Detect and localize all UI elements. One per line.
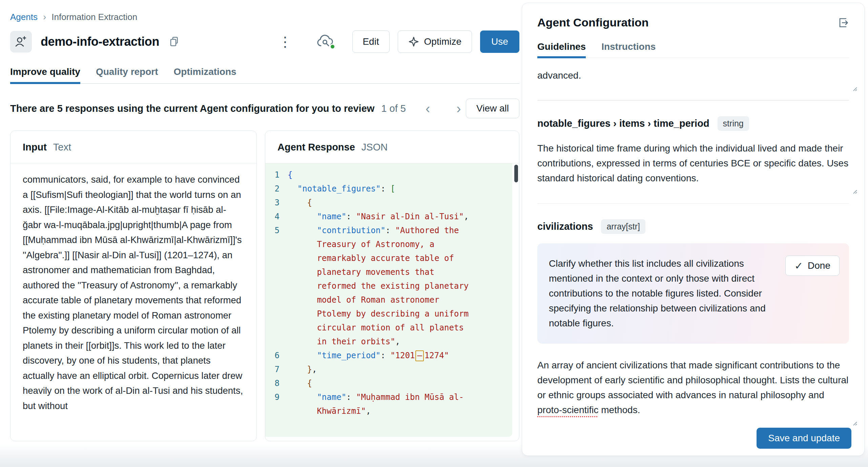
code-content: { [288,196,512,210]
breadcrumb: Agents › Information Extraction [10,12,519,22]
code-line: 6"time_period": "1201–1274" [265,349,512,363]
civilizations-description: An array of ancient civilizations that m… [537,358,849,418]
tab-instructions[interactable]: Instructions [601,41,656,58]
next-response-button[interactable]: › [453,102,464,115]
breadcrumb-agents-link[interactable]: Agents [10,12,38,22]
deployment-status-icon[interactable] [316,35,334,49]
done-label: Done [808,260,830,271]
json-code-editor[interactable]: 1{2"notable_figures": [3{4"name": "Nasir… [265,163,512,437]
tab-guidelines[interactable]: Guidelines [537,41,586,58]
code-token: , [464,212,469,221]
code-token: : [346,212,356,221]
time-period-description-textarea[interactable]: The historical time frame during which t… [537,141,849,186]
config-panel-title: Agent Configuration [537,16,838,29]
code-line: 2"notable_figures": [ [265,182,512,196]
input-panel-header: Input Text [11,131,256,163]
prev-response-button[interactable]: ‹ [422,102,433,115]
input-content[interactable]: communicators, said, for example to have… [11,163,256,441]
code-token: "time_period" [317,351,380,360]
optimize-button[interactable]: Optimize [398,31,472,53]
response-format-label: JSON [361,142,388,153]
code-content: { [288,377,512,390]
code-token: "name" [317,212,346,221]
code-line: 7}, [265,363,512,377]
tab-quality-report[interactable]: Quality report [96,66,158,83]
civilizations-description-textarea[interactable]: An array of ancient civilizations that m… [537,358,849,418]
spellcheck-underline: proto-scientific [537,405,599,415]
response-panel-title: Agent Response [277,142,355,153]
edit-button[interactable]: Edit [352,31,390,53]
code-line: 1{ [265,168,512,182]
guideline-textarea-clipped[interactable]: advanced. [537,68,849,83]
code-token: "Nasir al-Din al-Tusi" [356,212,464,221]
field-path: civilizations [537,221,593,232]
code-content: "name": "Nasir al-Din al-Tusi", [288,210,512,224]
line-number: 6 [265,349,288,363]
code-token: "1201 [390,351,415,360]
resize-handle-icon[interactable] [851,188,858,195]
code-token: : [346,392,356,402]
view-all-button[interactable]: View all [466,99,519,118]
code-content: "contribution": "Authored the Treasury o… [288,224,512,349]
review-bar: There are 5 responses using the current … [10,99,519,118]
flagged-character: – [415,350,423,361]
line-number: 4 [265,210,288,224]
code-line: 8{ [265,377,512,390]
code-token: { [288,170,292,180]
line-number: 3 [265,196,288,210]
code-content: "time_period": "1201–1274" [288,349,512,363]
input-format-label: Text [53,142,71,153]
page: Agents › Information Extraction demo-inf… [0,0,868,467]
main-column: Agents › Information Extraction demo-inf… [10,0,519,441]
code-token: : [380,351,390,360]
code-token: } [307,365,312,374]
done-button[interactable]: ✓ Done [785,256,840,276]
code-token: [ [390,184,395,194]
resize-handle-icon[interactable] [851,420,858,426]
field-time-period-header: notable_figures › items › time_period st… [537,116,849,131]
sparkle-icon [408,36,419,47]
main-tabs: Improve qualityQuality reportOptimizatio… [10,66,519,84]
code-content: "notable_figures": [ [288,182,512,196]
code-token: "contribution" [317,226,385,235]
resize-handle-icon[interactable] [851,85,858,92]
code-line: 9"name": "Muḥammad ibn Mūsā al-Khwārizmī… [265,390,512,418]
breadcrumb-current: Information Extraction [51,12,137,22]
more-options-icon[interactable]: ⋮ [274,35,297,48]
config-title-row: Agent Configuration [537,16,849,29]
line-number: 1 [265,168,288,182]
tab-improve-quality[interactable]: Improve quality [10,66,80,83]
code-token: { [307,379,312,388]
code-scrollbar[interactable] [514,165,518,182]
optimize-label: Optimize [424,36,461,47]
code-content: { [288,168,512,182]
code-token: "Authored the Treasury of Astronomy, a r… [317,226,473,346]
review-message: There are 5 responses using the current … [10,103,374,114]
line-number: 7 [265,363,288,377]
status-green-dot [330,44,335,49]
code-line: 5"contribution": "Authored the Treasury … [265,224,512,349]
code-token: { [307,198,312,207]
field-path: notable_figures › items › time_period [537,118,709,129]
code-token: , [366,406,371,416]
save-and-update-button[interactable]: Save and update [757,428,851,449]
code-token: 1274" [425,351,449,360]
check-icon: ✓ [794,260,803,272]
collapse-panel-icon[interactable] [838,17,849,28]
time-period-description: The historical time frame during which t… [537,141,849,186]
code-token: "name" [317,392,346,402]
suggestion-text: Clarify whether this list includes all c… [549,256,789,331]
copy-icon[interactable] [167,36,178,47]
code-line: 3{ [265,196,512,210]
input-panel-title: Input [23,142,47,153]
code-token: : [380,184,390,194]
use-button[interactable]: Use [480,31,519,53]
tab-optimizations[interactable]: Optimizations [174,66,236,83]
input-panel: Input Text communicators, said, for exam… [10,130,257,441]
code-token: "notable_figures" [297,184,381,194]
code-content: }, [288,363,512,377]
line-number: 9 [265,390,288,418]
code-region: 1{2"notable_figures": [3{4"name": "Nasir… [265,163,519,441]
code-content: "name": "Muḥammad ibn Mūsā al-Khwārizmī"… [288,390,512,418]
divider [537,100,849,101]
